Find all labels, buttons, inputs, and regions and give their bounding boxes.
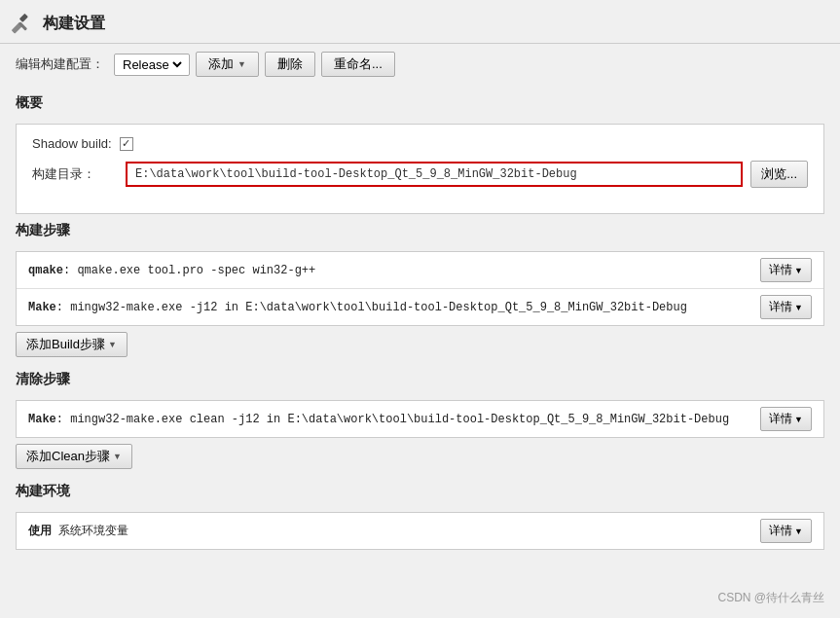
shadow-build-checkbox[interactable]: ✓: [120, 137, 133, 151]
step-make-content: Make: mingw32-make.exe -j12 in E:\data\w…: [28, 301, 760, 314]
step-make-value: mingw32-make.exe -j12 in E:\data\work\to…: [70, 301, 687, 314]
build-env-section: 构建环境: [0, 475, 840, 512]
build-dir-input[interactable]: [126, 162, 743, 187]
overview-section: 概要: [0, 85, 840, 124]
build-dir-row: 构建目录： 浏览...: [32, 161, 808, 188]
overview-box: Shadow build: ✓ 构建目录： 浏览...: [16, 124, 824, 214]
add-button[interactable]: 添加: [196, 52, 259, 77]
page-container: 构建设置 编辑构建配置： Release Debug Profile 添加 删除…: [0, 0, 840, 618]
config-label: 编辑构建配置：: [16, 55, 104, 73]
step-qmake-sep: :: [63, 264, 77, 277]
config-select[interactable]: Release Debug Profile: [119, 56, 185, 73]
build-dir-label: 构建目录：: [32, 165, 110, 183]
add-build-step-button[interactable]: 添加Build步骤: [16, 332, 128, 357]
build-steps-box: qmake: qmake.exe tool.pro -spec win32-g+…: [16, 251, 824, 326]
hammer-icon: [8, 10, 35, 37]
build-env-title: 构建环境: [16, 483, 824, 500]
step-make-sep: :: [56, 301, 70, 314]
env-detail-button[interactable]: 详情: [760, 519, 812, 543]
config-select-wrapper[interactable]: Release Debug Profile: [114, 54, 190, 76]
step-qmake-content: qmake: qmake.exe tool.pro -spec win32-g+…: [28, 264, 760, 277]
table-row: Make: mingw32-make.exe -j12 in E:\data\w…: [17, 289, 823, 325]
watermark: CSDN @待什么青丝: [717, 590, 824, 606]
clean-steps-section: 清除步骤: [0, 363, 840, 400]
clean-steps-box: Make: mingw32-make.exe clean -j12 in E:\…: [16, 400, 824, 438]
toolbar: 编辑构建配置： Release Debug Profile 添加 删除 重命名.…: [0, 44, 840, 85]
step-make-key: Make: [28, 301, 56, 314]
delete-button[interactable]: 删除: [265, 52, 315, 77]
step-qmake-value: qmake.exe tool.pro -spec win32-g++: [77, 264, 315, 277]
shadow-build-label: Shadow build:: [32, 136, 112, 151]
clean-steps-title: 清除步骤: [16, 371, 824, 388]
overview-title: 概要: [16, 94, 824, 112]
step-clean-content: Make: mingw32-make.exe clean -j12 in E:\…: [28, 413, 760, 426]
table-row: 使用 系统环境变量 详情: [17, 513, 823, 549]
table-row: Make: mingw32-make.exe clean -j12 in E:\…: [17, 401, 823, 437]
step-qmake-key: qmake: [28, 264, 63, 277]
env-key: 使用: [28, 525, 52, 538]
svg-rect-1: [19, 14, 28, 22]
build-steps-section: 构建步骤: [0, 214, 840, 251]
browse-button[interactable]: 浏览...: [750, 161, 808, 188]
env-value: 系统环境变量: [58, 525, 128, 538]
build-steps-title: 构建步骤: [16, 222, 824, 239]
shadow-build-row: Shadow build: ✓: [32, 136, 808, 151]
page-header: 构建设置: [0, 0, 840, 44]
rename-button[interactable]: 重命名...: [321, 52, 395, 77]
page-title: 构建设置: [43, 14, 105, 34]
step-qmake-detail-button[interactable]: 详情: [760, 258, 812, 282]
step-clean-key: Make: [28, 413, 56, 426]
step-clean-value: mingw32-make.exe clean -j12 in E:\data\w…: [70, 413, 729, 426]
table-row: qmake: qmake.exe tool.pro -spec win32-g+…: [17, 252, 823, 289]
env-box: 使用 系统环境变量 详情: [16, 512, 824, 550]
add-clean-step-button[interactable]: 添加Clean步骤: [16, 444, 132, 469]
env-row-content: 使用 系统环境变量: [28, 523, 760, 539]
step-make-detail-button[interactable]: 详情: [760, 295, 812, 319]
step-clean-sep: :: [56, 413, 70, 426]
step-clean-detail-button[interactable]: 详情: [760, 407, 812, 431]
